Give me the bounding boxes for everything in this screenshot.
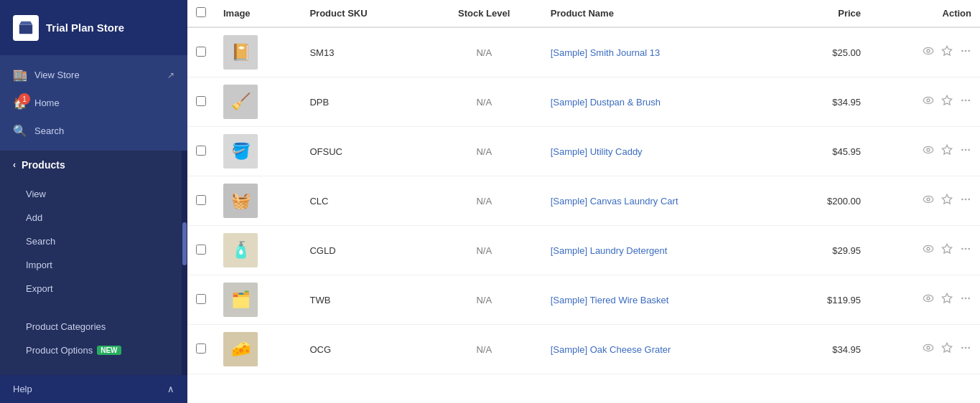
svg-point-28 (961, 248, 963, 250)
svg-point-40 (961, 347, 963, 349)
product-name-link[interactable]: [Sample] Utility Caddy (551, 146, 643, 157)
star-icon[interactable] (941, 45, 953, 60)
more-options-icon[interactable] (960, 194, 971, 208)
sidebar-scrollbar-thumb[interactable] (182, 222, 187, 265)
svg-point-36 (968, 298, 970, 300)
row-checkbox-cell (187, 27, 215, 77)
row-price: $45.95 (784, 127, 869, 176)
sidebar-products-section: ‹ Products View Add Search Import Export (0, 151, 182, 375)
sidebar-item-search[interactable]: Search (0, 229, 182, 253)
product-options-label: Product Options (26, 345, 93, 356)
svg-rect-0 (19, 24, 32, 34)
visibility-icon[interactable] (923, 95, 934, 109)
row-actions (869, 325, 980, 374)
product-name-link[interactable]: [Sample] Dustpan & Brush (551, 97, 661, 108)
sidebar-item-export[interactable]: Export (0, 277, 182, 300)
more-options-icon[interactable] (960, 144, 971, 158)
row-image-cell: 🧀 (215, 325, 301, 374)
visibility-icon[interactable] (923, 293, 934, 307)
sidebar-scrollbar[interactable] (182, 151, 187, 375)
product-image: 🗂️ (223, 283, 258, 317)
nav-search[interactable]: 🔍 Search (0, 117, 187, 145)
visibility-icon[interactable] (923, 194, 934, 208)
row-stock: N/A (426, 325, 542, 374)
product-name-link[interactable]: [Sample] Tiered Wire Basket (551, 295, 669, 305)
more-options-icon[interactable] (960, 45, 971, 60)
row-sku: CGLD (301, 226, 426, 275)
svg-point-38 (927, 346, 930, 349)
sidebar-item-add[interactable]: Add (0, 206, 182, 229)
svg-point-14 (927, 148, 930, 151)
col-header-action: Action (869, 0, 980, 27)
row-checkbox-3[interactable] (196, 195, 206, 205)
col-header-sku: Product SKU (301, 0, 426, 27)
svg-point-18 (968, 149, 970, 151)
svg-point-42 (968, 347, 970, 349)
star-icon[interactable] (941, 194, 953, 208)
sidebar-item-product-categories[interactable]: Product Categories (0, 315, 182, 338)
more-options-icon[interactable] (960, 243, 971, 257)
nav-home[interactable]: 🏠 1 Home (0, 89, 187, 117)
row-price: $34.95 (784, 77, 869, 127)
row-actions (869, 77, 980, 127)
sidebar-item-import[interactable]: Import (0, 253, 182, 277)
products-table-container[interactable]: Image Product SKU Stock Level Product Na… (187, 0, 980, 403)
view-label: View (26, 189, 46, 199)
star-icon[interactable] (941, 95, 953, 109)
product-name-link[interactable]: [Sample] Oak Cheese Grater (551, 344, 671, 355)
products-section-header[interactable]: ‹ Products (0, 151, 182, 179)
more-options-icon[interactable] (960, 95, 971, 109)
product-name-link[interactable]: [Sample] Laundry Detergent (551, 245, 668, 256)
row-checkbox-1[interactable] (196, 96, 206, 106)
sidebar-item-product-options[interactable]: Product Options NEW (0, 338, 182, 362)
col-header-checkbox (187, 0, 215, 27)
svg-point-12 (968, 100, 970, 102)
row-name: [Sample] Canvas Laundry Cart (542, 176, 785, 226)
select-all-checkbox[interactable] (196, 7, 206, 17)
row-checkbox-6[interactable] (196, 343, 206, 354)
star-icon[interactable] (941, 342, 953, 356)
row-name: [Sample] Utility Caddy (542, 127, 785, 176)
svg-point-30 (968, 248, 970, 250)
svg-point-19 (923, 196, 933, 202)
row-checkbox-cell (187, 176, 215, 226)
more-options-icon[interactable] (960, 342, 971, 356)
visibility-icon[interactable] (923, 45, 934, 60)
visibility-icon[interactable] (923, 144, 934, 158)
star-icon[interactable] (941, 243, 953, 257)
sidebar-footer-help[interactable]: Help ∧ (0, 375, 187, 403)
store-name: Trial Plan Store (46, 22, 124, 34)
product-name-link[interactable]: [Sample] Smith Journal 13 (551, 47, 660, 58)
help-label: Help (13, 384, 32, 394)
visibility-icon[interactable] (923, 243, 934, 257)
svg-point-24 (968, 199, 970, 201)
product-image: 🧀 (223, 332, 258, 366)
table-row: 📔 SM13 N/A [Sample] Smith Journal 13 $25… (187, 27, 980, 77)
col-header-price: Price (784, 0, 869, 27)
row-checkbox-4[interactable] (196, 245, 206, 255)
svg-marker-27 (942, 244, 951, 253)
svg-point-16 (961, 149, 963, 151)
svg-point-5 (965, 50, 967, 52)
nav-search-label: Search (34, 125, 64, 136)
product-image: 🧹 (223, 85, 258, 119)
product-name-link[interactable]: [Sample] Canvas Laundry Cart (551, 196, 678, 207)
sidebar-item-view[interactable]: View (0, 182, 182, 206)
row-checkbox-cell (187, 275, 215, 325)
row-checkbox-5[interactable] (196, 294, 206, 304)
more-options-icon[interactable] (960, 293, 971, 307)
row-stock: N/A (426, 77, 542, 127)
row-name: [Sample] Dustpan & Brush (542, 77, 785, 127)
sidebar-header: Trial Plan Store (0, 0, 187, 55)
row-checkbox-2[interactable] (196, 146, 206, 156)
row-image-cell: 🧹 (215, 77, 301, 127)
visibility-icon[interactable] (923, 342, 934, 356)
row-image-cell: 🗂️ (215, 275, 301, 325)
row-checkbox-0[interactable] (196, 47, 206, 57)
nav-view-store[interactable]: 🏬 View Store ↗ (0, 61, 187, 89)
import-label: Import (26, 260, 52, 270)
row-sku: TWB (301, 275, 426, 325)
star-icon[interactable] (941, 293, 953, 307)
star-icon[interactable] (941, 144, 953, 158)
row-actions (869, 226, 980, 275)
